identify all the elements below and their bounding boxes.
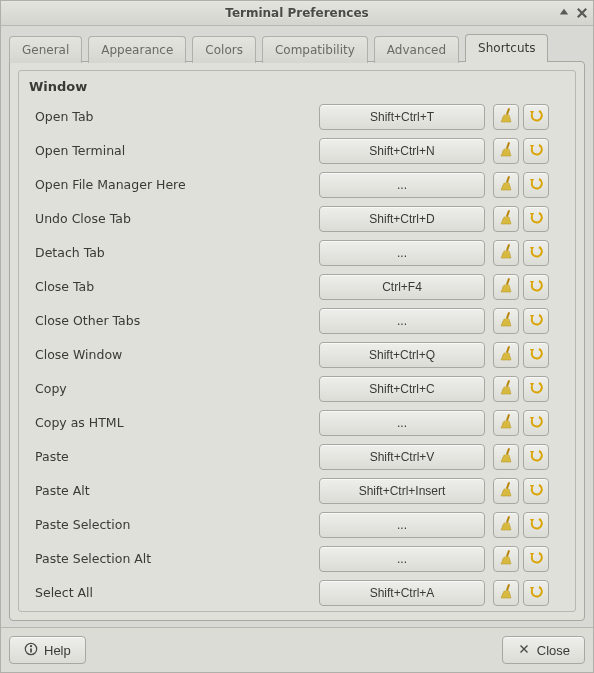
tab-appearance[interactable]: Appearance [88,36,186,63]
svg-rect-1 [506,142,510,149]
shortcut-button-open-terminal[interactable]: Shift+Ctrl+N [319,138,485,164]
shortcut-button-detach-tab[interactable]: ... [319,240,485,266]
revert-icon [528,209,544,228]
clear-shortcut-button[interactable] [493,274,519,300]
tab-label: Shortcuts [478,41,535,55]
clear-shortcut-button[interactable] [493,410,519,436]
reset-shortcut-button[interactable] [523,138,549,164]
broom-icon [498,413,514,432]
svg-rect-10 [506,448,510,455]
clear-shortcut-button[interactable] [493,546,519,572]
tabstrip: GeneralAppearanceColorsCompatibilityAdva… [9,34,585,62]
shortcut-button-paste-selection-alt[interactable]: ... [319,546,485,572]
shortcut-button-close-other-tabs[interactable]: ... [319,308,485,334]
broom-icon [498,549,514,568]
close-button[interactable]: Close [502,636,585,664]
shortcut-row-open-tab: Open TabShift+Ctrl+T [27,100,567,134]
shortcut-label: Copy [27,381,319,396]
clear-shortcut-button[interactable] [493,342,519,368]
reset-shortcut-button[interactable] [523,478,549,504]
reset-shortcut-button[interactable] [523,444,549,470]
revert-icon [528,345,544,364]
clear-shortcut-button[interactable] [493,478,519,504]
tab-shortcuts[interactable]: Shortcuts [465,34,548,62]
shortcut-value: Shift+Ctrl+C [369,382,434,396]
shortcut-row-copy: CopyShift+Ctrl+C [27,372,567,406]
shortcut-button-copy[interactable]: Shift+Ctrl+C [319,376,485,402]
svg-rect-13 [506,550,510,557]
tab-colors[interactable]: Colors [192,36,256,63]
clear-shortcut-button[interactable] [493,512,519,538]
reset-shortcut-button[interactable] [523,172,549,198]
shortcut-button-select-all[interactable]: Shift+Ctrl+A [319,580,485,606]
clear-shortcut-button[interactable] [493,104,519,130]
shortcut-value: Shift+Ctrl+V [370,450,435,464]
reset-shortcut-button[interactable] [523,342,549,368]
shortcut-value: Shift+Ctrl+Insert [359,484,446,498]
shortcut-label: Paste [27,449,319,464]
revert-icon [528,549,544,568]
shortcut-row-close-window: Close WindowShift+Ctrl+Q [27,338,567,372]
clear-shortcut-button[interactable] [493,308,519,334]
reset-shortcut-button[interactable] [523,308,549,334]
tab-compatibility[interactable]: Compatibility [262,36,368,63]
shortcut-label: Paste Alt [27,483,319,498]
close-button-label: Close [537,643,570,658]
reset-shortcut-button[interactable] [523,410,549,436]
shortcut-label: Open Tab [27,109,319,124]
shortcut-value: ... [397,314,407,328]
svg-rect-3 [506,210,510,217]
shortcut-row-detach-tab: Detach Tab... [27,236,567,270]
shortcut-button-paste[interactable]: Shift+Ctrl+V [319,444,485,470]
shortcut-button-close-window[interactable]: Shift+Ctrl+Q [319,342,485,368]
svg-rect-11 [506,482,510,489]
reset-shortcut-button[interactable] [523,206,549,232]
revert-icon [528,583,544,602]
shortcut-value: ... [397,416,407,430]
tab-general[interactable]: General [9,36,82,63]
shortcut-value: ... [397,178,407,192]
shortcut-button-open-tab[interactable]: Shift+Ctrl+T [319,104,485,130]
clear-shortcut-button[interactable] [493,580,519,606]
clear-shortcut-button[interactable] [493,376,519,402]
reset-shortcut-button[interactable] [523,104,549,130]
clear-shortcut-button[interactable] [493,206,519,232]
shortcut-button-close-tab[interactable]: Ctrl+F4 [319,274,485,300]
reset-shortcut-button[interactable] [523,512,549,538]
shortcut-value: Shift+Ctrl+T [370,110,434,124]
reset-shortcut-button[interactable] [523,376,549,402]
shortcut-button-paste-alt[interactable]: Shift+Ctrl+Insert [319,478,485,504]
clear-shortcut-button[interactable] [493,138,519,164]
clear-shortcut-button[interactable] [493,444,519,470]
help-button-label: Help [44,643,71,658]
reset-shortcut-button[interactable] [523,580,549,606]
help-icon [24,642,38,659]
shade-icon[interactable] [557,6,571,20]
tab-advanced[interactable]: Advanced [374,36,459,63]
svg-rect-4 [506,244,510,251]
shortcut-button-copy-as-html[interactable]: ... [319,410,485,436]
svg-point-16 [30,645,32,647]
revert-icon [528,311,544,330]
reset-shortcut-button[interactable] [523,240,549,266]
clear-shortcut-button[interactable] [493,172,519,198]
shortcut-value: Ctrl+F4 [382,280,422,294]
broom-icon [498,209,514,228]
broom-icon [498,311,514,330]
group-title: Window [25,77,569,100]
clear-shortcut-button[interactable] [493,240,519,266]
help-button[interactable]: Help [9,636,86,664]
reset-shortcut-button[interactable] [523,274,549,300]
revert-icon [528,107,544,126]
svg-rect-2 [506,176,510,183]
shortcut-value: Shift+Ctrl+A [370,586,435,600]
shortcut-button-undo-close-tab[interactable]: Shift+Ctrl+D [319,206,485,232]
shortcut-button-open-file-manager-here[interactable]: ... [319,172,485,198]
close-icon[interactable] [575,6,589,20]
shortcut-value: Shift+Ctrl+D [369,212,434,226]
reset-shortcut-button[interactable] [523,546,549,572]
shortcut-label: Copy as HTML [27,415,319,430]
shortcut-button-paste-selection[interactable]: ... [319,512,485,538]
broom-icon [498,277,514,296]
tab-label: Advanced [387,43,446,57]
